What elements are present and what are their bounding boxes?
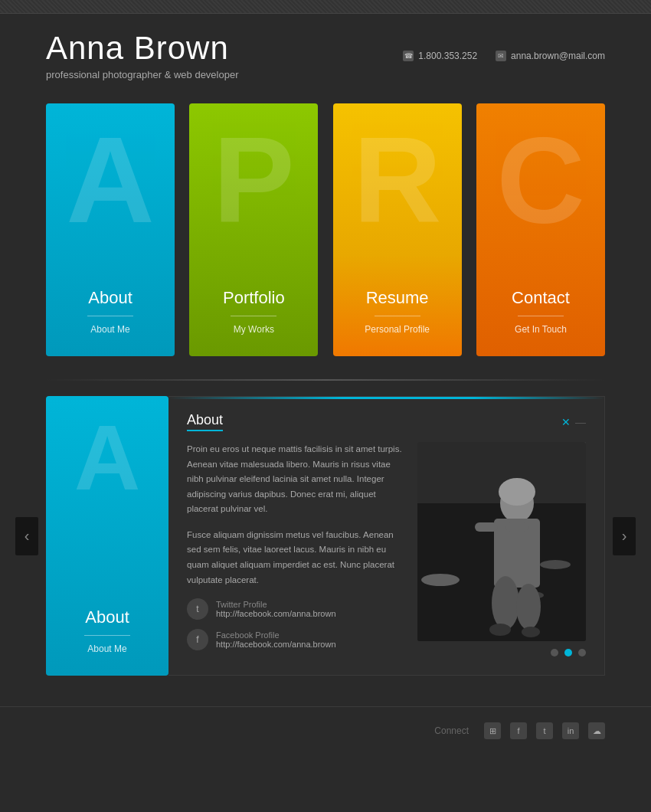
phone-icon: ☎ xyxy=(403,51,414,61)
site-subtitle: professional photographer & web develope… xyxy=(46,69,239,80)
footer-icons: ⊞ f t in ☁ xyxy=(484,722,605,739)
about-mini-bg-letter: A xyxy=(74,411,141,503)
card-title-about: About xyxy=(88,288,132,308)
slider-dots xyxy=(417,649,586,656)
twitter-footer-icon[interactable]: t xyxy=(536,722,553,739)
card-title-contact: Contact xyxy=(512,288,570,308)
about-panel-title: About xyxy=(187,412,223,431)
phone-number: 1.800.353.252 xyxy=(418,51,477,61)
close-x-button[interactable]: ✕ xyxy=(561,416,571,428)
footer-connect-label: Connect xyxy=(434,725,469,736)
about-text-column: Proin eu eros ut neque mattis facilisis … xyxy=(187,442,402,660)
svg-rect-8 xyxy=(475,522,498,532)
twitter-icon: t xyxy=(187,598,208,620)
about-panel-close: ✕ — xyxy=(561,416,586,428)
header-left: Anna Brown professional photographer & w… xyxy=(46,31,239,80)
about-para-2: Fusce aliquam dignissim metus vel faucib… xyxy=(187,528,402,588)
skype-footer-icon[interactable]: ☁ xyxy=(588,722,605,739)
top-bar xyxy=(0,0,651,14)
facebook-url[interactable]: http://facebook.com/anna.brown xyxy=(216,640,336,649)
nav-card-portfolio[interactable]: P Portfolio My Works xyxy=(189,103,318,356)
twitter-label: Twitter Profile xyxy=(216,600,336,609)
about-section: A About About Me About ✕ — Proin eu eros… xyxy=(0,396,651,676)
facebook-info: Facebook Profile http://facebook.com/ann… xyxy=(216,630,336,649)
phone-contact: ☎ 1.800.353.252 xyxy=(403,51,477,61)
email-contact: ✉ anna.brown@mail.com xyxy=(496,51,605,61)
nav-cards: A About About Me P Portfolio My Works R … xyxy=(0,96,651,372)
header: Anna Brown professional photographer & w… xyxy=(0,14,651,96)
card-title-resume: Resume xyxy=(366,288,429,308)
svg-point-13 xyxy=(522,627,540,637)
about-body: Proin eu eros ut neque mattis facilisis … xyxy=(187,442,586,660)
accent-line xyxy=(168,397,604,399)
about-wrapper: ‹ › A About About Me About ✕ — Proin eu … xyxy=(0,396,651,676)
card-subtitle-portfolio: My Works xyxy=(234,324,274,335)
card-subtitle-about: About Me xyxy=(90,324,129,335)
card-bg-letter-portfolio: P xyxy=(213,119,295,241)
close-dash-button[interactable]: — xyxy=(575,416,586,428)
card-divider-about xyxy=(87,316,133,316)
svg-point-6 xyxy=(499,478,535,506)
rss-icon[interactable]: ⊞ xyxy=(484,722,501,739)
card-divider-portfolio xyxy=(231,316,276,316)
social-twitter: t Twitter Profile http://facebook.com/an… xyxy=(187,598,402,620)
about-panel-header: About ✕ — xyxy=(187,412,586,431)
card-divider-contact xyxy=(518,316,564,316)
dot-1[interactable] xyxy=(551,649,558,656)
dot-3[interactable] xyxy=(578,649,586,656)
card-title-portfolio: Portfolio xyxy=(223,288,285,308)
twitter-info: Twitter Profile http://facebook.com/anna… xyxy=(216,600,336,618)
about-mini-title: About xyxy=(85,607,129,627)
svg-point-3 xyxy=(540,560,571,569)
linkedin-footer-icon[interactable]: in xyxy=(562,722,579,739)
prev-arrow[interactable]: ‹ xyxy=(15,517,38,555)
nav-card-resume[interactable]: R Resume Personal Profile xyxy=(333,103,462,356)
svg-rect-9 xyxy=(505,522,528,532)
nav-card-about[interactable]: A About About Me xyxy=(46,103,175,356)
social-links: t Twitter Profile http://facebook.com/an… xyxy=(187,598,402,650)
dot-2[interactable] xyxy=(564,649,572,656)
next-arrow[interactable]: › xyxy=(613,517,636,555)
card-subtitle-resume: Personal Profile xyxy=(365,324,430,335)
card-divider-resume xyxy=(375,316,420,316)
about-para-1: Proin eu eros ut neque mattis facilisis … xyxy=(187,442,402,517)
site-name: Anna Brown xyxy=(46,31,239,66)
svg-point-10 xyxy=(492,576,519,630)
facebook-footer-icon[interactable]: f xyxy=(510,722,527,739)
about-photo-column xyxy=(417,442,586,660)
facebook-label: Facebook Profile xyxy=(216,630,336,640)
about-photo xyxy=(417,442,586,641)
facebook-icon: f xyxy=(187,629,208,650)
card-bg-letter-about: A xyxy=(66,119,155,241)
svg-point-11 xyxy=(516,584,541,630)
svg-point-2 xyxy=(421,574,460,586)
nav-card-contact[interactable]: C Contact Get In Touch xyxy=(476,103,605,356)
card-bg-letter-resume: R xyxy=(353,119,442,241)
email-address: anna.brown@mail.com xyxy=(511,51,605,61)
social-facebook: f Facebook Profile http://facebook.com/a… xyxy=(187,629,402,650)
svg-point-12 xyxy=(489,624,511,636)
card-subtitle-contact: Get In Touch xyxy=(515,324,567,335)
twitter-url[interactable]: http://facebook.com/anna.brown xyxy=(216,609,336,618)
about-content-panel: About ✕ — Proin eu eros ut neque mattis … xyxy=(168,396,605,676)
section-divider xyxy=(46,379,605,381)
about-mini-subtitle: About Me xyxy=(87,643,126,654)
about-mini-card[interactable]: A About About Me xyxy=(46,396,168,676)
header-contact: ☎ 1.800.353.252 ✉ anna.brown@mail.com xyxy=(403,51,605,61)
footer: Connect ⊞ f t in ☁ xyxy=(0,706,651,755)
about-mini-divider xyxy=(84,635,130,636)
email-icon: ✉ xyxy=(496,51,506,61)
card-bg-letter-contact: C xyxy=(496,119,585,241)
